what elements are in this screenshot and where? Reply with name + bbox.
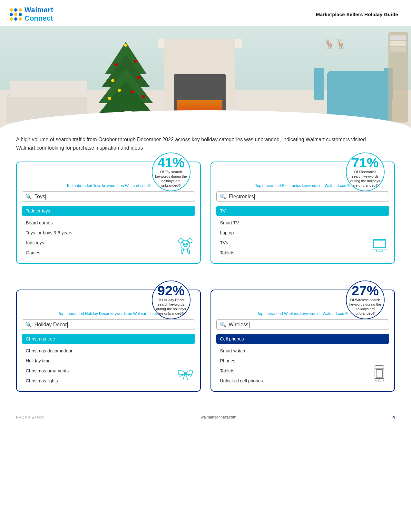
- svg-point-12: [108, 97, 111, 100]
- svg-point-9: [137, 76, 140, 79]
- holiday-decor-search-text: Holiday Decor: [34, 322, 67, 328]
- panels-grid: 41% Of Toy search keywords during the ho…: [16, 162, 395, 392]
- hero-image: 🦌🦌: [0, 26, 411, 129]
- holiday-decor-panel: 92% Of Holiday Decor search keywords dur…: [16, 290, 201, 392]
- header: Walmart Connect Marketplace Sellers Holi…: [0, 0, 411, 26]
- laptop-icon: [370, 236, 389, 258]
- footer-page: 4: [392, 415, 395, 420]
- svg-rect-30: [376, 369, 383, 377]
- svg-point-11: [131, 90, 134, 94]
- holiday-decor-pct: 92%: [157, 284, 184, 298]
- logo-dot-7: [10, 17, 13, 21]
- toys-pct-desc: Of Toy search keywords during the holida…: [155, 170, 187, 188]
- search-icon-4: 🔍: [220, 321, 226, 328]
- bear-icon: [176, 236, 195, 258]
- book-3: [390, 47, 406, 52]
- svg-point-6: [114, 63, 118, 66]
- holiday-decor-result-1: Christmas decor indoor: [22, 346, 195, 356]
- wireless-pct: 27%: [352, 284, 379, 298]
- electronics-badge: 71% Of Electronics search keywords durin…: [346, 153, 385, 191]
- wireless-badge: 27% Of Wireless search keywords during t…: [346, 281, 385, 319]
- svg-point-29: [379, 380, 380, 381]
- wireless-search-text: Wireless: [229, 322, 249, 328]
- logo-text: Walmart Connect: [24, 6, 53, 23]
- electronics-circle: 71% Of Electronics search keywords durin…: [346, 153, 385, 191]
- logo-dot-8: [14, 17, 17, 21]
- main-content: A high volume of search traffic from Oct…: [0, 129, 411, 401]
- svg-point-10: [118, 89, 121, 92]
- electronics-result-1: Smart TV: [216, 218, 389, 228]
- svg-point-7: [134, 60, 137, 63]
- logo-dot-1: [10, 8, 13, 12]
- holiday-decor-cursor: [67, 322, 68, 328]
- svg-rect-24: [374, 240, 385, 247]
- svg-rect-23: [373, 240, 386, 248]
- electronics-top-result: TV: [216, 206, 389, 216]
- svg-point-13: [142, 95, 145, 98]
- logo-dots: [10, 8, 21, 20]
- holiday-decor-badge: 92% Of Holiday Decor search keywords dur…: [152, 281, 191, 319]
- logo-dot-3: [19, 8, 22, 12]
- footer-url: walmartconnect.com: [201, 415, 236, 419]
- wireless-circle: 27% Of Wireless search keywords during t…: [346, 281, 385, 319]
- logo-dot-9: [19, 17, 22, 21]
- book-1: [390, 35, 406, 40]
- electronics-pct: 71%: [352, 156, 379, 170]
- phone-icon: [370, 364, 389, 386]
- electronics-result-2: Laptop: [216, 228, 389, 238]
- holiday-decor-result-3: Christmas ornaments: [22, 366, 195, 376]
- chair-arm-right: [314, 68, 324, 100]
- toys-result-2: Toys for boys 3-6 years: [22, 228, 195, 238]
- electronics-cursor: [254, 194, 255, 200]
- svg-point-18: [179, 239, 183, 243]
- header-title: Marketplace Sellers Holiday Guide: [316, 12, 398, 17]
- book-2: [390, 41, 406, 46]
- wireless-result-1: Smart watch: [216, 346, 389, 356]
- logo-dot-2: [14, 8, 17, 12]
- wireless-pct-desc: Of Wireless search keywords during the h…: [349, 298, 381, 316]
- wireless-result-3: Tablets: [216, 366, 389, 376]
- svg-point-25: [184, 372, 187, 375]
- wireless-result-4: Unlocked cell phones: [216, 376, 389, 386]
- svg-point-22: [184, 245, 187, 247]
- search-icon-3: 🔍: [25, 321, 32, 328]
- toys-panel: 41% Of Toy search keywords during the ho…: [16, 162, 201, 264]
- holiday-decor-result-2: Holiday time: [22, 356, 195, 366]
- electronics-pct-desc: Of Electronics search keywords during th…: [349, 170, 381, 188]
- svg-point-21: [186, 243, 188, 245]
- intro-paragraph: A high volume of search traffic from Oct…: [16, 135, 371, 152]
- logo-walmart: Walmart: [24, 6, 53, 14]
- toys-cursor: [45, 194, 46, 200]
- footer: PROPRIETARY walmartconnect.com 4: [0, 408, 411, 426]
- wireless-result-2: Phones: [216, 356, 389, 366]
- logo-dot-5: [14, 13, 17, 16]
- wireless-panel: 27% Of Wireless search keywords during t…: [210, 290, 395, 392]
- sofa-back: [10, 81, 87, 97]
- holiday-decor-circle: 92% Of Holiday Decor search keywords dur…: [152, 281, 191, 319]
- svg-point-19: [188, 239, 192, 243]
- holiday-decor-search: 🔍 Holiday Decor: [22, 319, 195, 330]
- svg-point-8: [111, 79, 114, 82]
- deer-decoration: 🦌🦌: [324, 39, 347, 49]
- bookshelf: [388, 32, 408, 123]
- toys-result-4: Games: [22, 248, 195, 258]
- svg-point-20: [183, 243, 184, 245]
- toys-search: 🔍 Toys: [22, 191, 195, 202]
- electronics-search-text: Electronics: [229, 194, 254, 200]
- logo-dot-4: [10, 13, 13, 16]
- toys-result-3: Kids toys: [22, 238, 195, 248]
- svg-point-5: [124, 44, 127, 47]
- holiday-decor-result-4: Christmas lights: [22, 376, 195, 386]
- toys-result-1: Board games: [22, 218, 195, 228]
- wireless-cursor: [249, 322, 250, 328]
- toys-pct: 41%: [157, 156, 184, 170]
- toys-circle: 41% Of Toy search keywords during the ho…: [152, 153, 191, 191]
- wireless-top-result: Cell phones: [216, 334, 389, 344]
- electronics-panel: 71% Of Electronics search keywords durin…: [210, 162, 395, 264]
- toys-top-result: Toddler toys: [22, 206, 195, 216]
- wireless-search: 🔍 Wireless: [216, 319, 389, 330]
- bow-icon: [176, 364, 195, 386]
- logo-area: Walmart Connect: [10, 6, 53, 23]
- search-icon-2: 🔍: [220, 193, 226, 200]
- toys-search-text: Toys: [34, 194, 45, 200]
